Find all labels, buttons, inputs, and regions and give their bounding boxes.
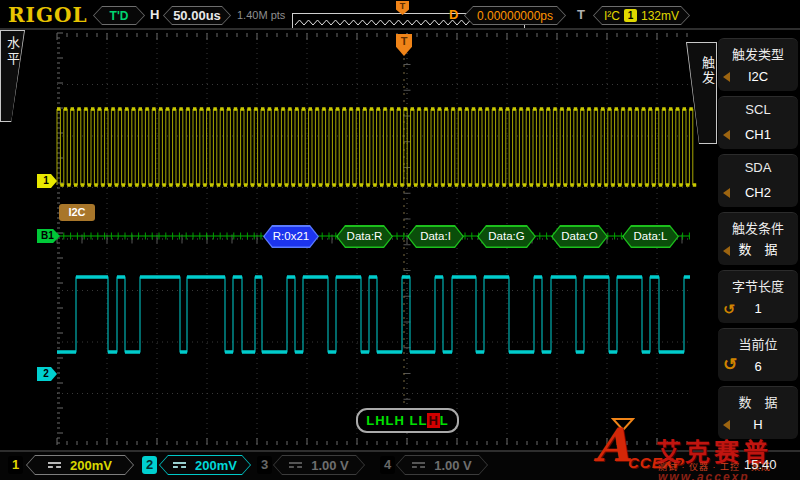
clock-time: 15:40 (744, 457, 777, 472)
timebase-badge[interactable]: 50.00us (163, 6, 231, 25)
tab-trigger[interactable]: 触发 (686, 42, 717, 144)
menu-item-scl[interactable]: SCL CH1 (718, 96, 798, 149)
ch4-badge[interactable]: 4 (380, 456, 395, 474)
dc-coupling-icon (289, 462, 302, 468)
trigger-source-badge: 1 (624, 9, 637, 22)
trigger-label: T (577, 7, 585, 22)
horizontal-label: H (150, 7, 159, 22)
rigol-logo: RIGOL (8, 3, 88, 27)
ch2-scale-button[interactable]: 200mV (159, 455, 251, 475)
tab-horizontal[interactable]: 水平 (0, 30, 25, 122)
menu-item-trigger-type[interactable]: 触发类型 I2C (718, 38, 798, 91)
menu-item-current-bit[interactable]: 当前位 ↺ 6 (718, 328, 798, 381)
trigger-status-badge[interactable]: T'D (93, 6, 145, 25)
dc-coupling-icon (412, 462, 425, 468)
memory-depth: 1.40M pts (237, 9, 285, 21)
trigger-info-badge[interactable]: I²C 1 132mV (593, 6, 690, 25)
trigger-menu: 触发类型 I2C SCL CH1 SDA CH2 触发条件 数 据 字节长度 ↺… (718, 33, 798, 445)
ch2-badge[interactable]: 2 (142, 456, 157, 474)
top-separator (0, 28, 800, 30)
chevron-down-icon[interactable] (611, 417, 635, 433)
ch3-badge[interactable]: 3 (257, 456, 272, 474)
ch3-scale-button[interactable]: 1.00 V (273, 455, 365, 475)
ch1-scale-button[interactable]: 200mV (26, 455, 134, 475)
dc-coupling-icon (173, 462, 186, 468)
ch1-badge[interactable]: 1 (8, 456, 23, 474)
top-bar: RIGOL T'D H 50.00us 1.40M pts T D 0.0000… (0, 0, 800, 28)
delay-label: D (449, 7, 458, 22)
ch4-scale-button[interactable]: 1.00 V (396, 455, 488, 475)
menu-item-trigger-condition[interactable]: 触发条件 数 据 (718, 212, 798, 265)
menu-item-sda[interactable]: SDA CH2 (718, 154, 798, 207)
bit-pattern-box: LHLH LLHL (356, 408, 459, 433)
bottom-bar: 1 200mV 2 200mV 3 1.00 V 4 (0, 452, 800, 480)
menu-item-byte-length[interactable]: 字节长度 ↺ 1 (718, 270, 798, 323)
dc-coupling-icon (48, 462, 61, 468)
delay-badge[interactable]: 0.00000000ps (464, 6, 566, 25)
current-bit-highlight: H (427, 413, 439, 428)
menu-item-data[interactable]: 数 据 H (718, 386, 798, 439)
oscilloscope-screen: RIGOL T'D H 50.00us 1.40M pts T D 0.0000… (0, 0, 800, 480)
